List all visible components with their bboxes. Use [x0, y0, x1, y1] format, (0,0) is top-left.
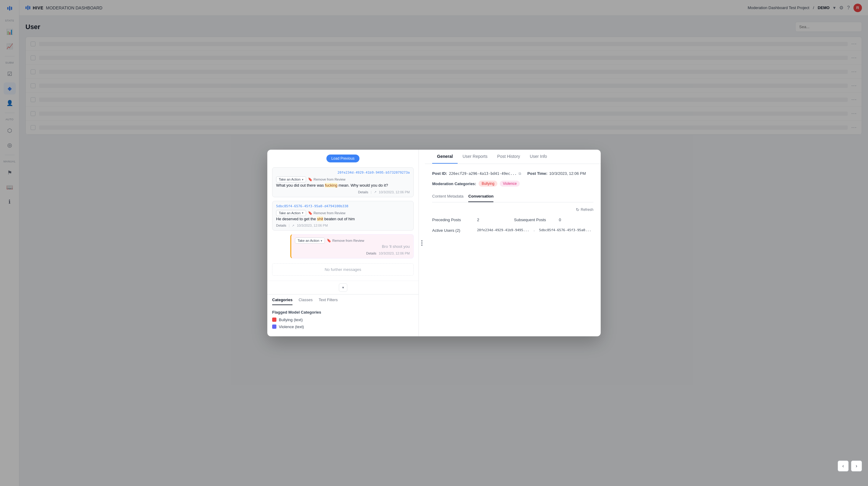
message-card-1: 20fe234d-4929-41b9-9495-b5732079273a Tak… — [272, 167, 414, 197]
msg1-top: 20fe234d-4929-41b9-9495-b5732079273a — [276, 170, 410, 174]
content-tab-conversation[interactable]: Conversation — [468, 194, 493, 202]
refresh-icon: ↻ — [576, 207, 580, 212]
msg2-ext-link-icon[interactable]: ↗ — [292, 224, 294, 227]
msg3-remove-label: Remove from Review — [333, 239, 364, 242]
msg2-remove-button[interactable]: 🔖 Remove from Review — [308, 211, 345, 215]
post-time-value: 10/3/2023, 12:06 PM — [549, 171, 586, 176]
msg1-text-after: mean. Why would you do it? — [337, 183, 388, 188]
info-body: Post ID: 226ecf29-a296-4a13-bd41-49ec...… — [425, 164, 601, 336]
nav-arrows: ‹ › — [838, 460, 862, 472]
preceding-posts-row: Preceding Posts 2 — [432, 216, 512, 224]
msg1-take-action-button[interactable]: Take an Action ▾ — [276, 176, 306, 183]
msg1-ext-link-icon[interactable]: ↗ — [374, 190, 376, 194]
collapse-button[interactable]: ▾ — [339, 283, 347, 292]
post-meta-row: Post ID: 226ecf29-a296-4a13-bd41-49ec...… — [432, 171, 593, 176]
stats-grid: Preceding Posts 2 Subsequent Posts 0 Act… — [432, 216, 593, 235]
content-tab-metadata[interactable]: Content Metadata — [432, 194, 463, 202]
post-time-label: Post Time: — [527, 171, 547, 176]
msg3-actions: Take an Action ▾ 🔖 Remove from Review — [295, 237, 410, 244]
take-action3-dropdown-icon: ▾ — [321, 239, 322, 242]
load-previous-button[interactable]: Load Previous — [327, 155, 360, 162]
msg2-text: He deserved to get the shit beaten out o… — [276, 216, 410, 222]
prev-arrow-button[interactable]: ‹ — [838, 460, 848, 472]
msg1-details-link[interactable]: Details — [358, 190, 368, 194]
category-bullying: Bullying (text) — [272, 318, 414, 322]
info-tab-post-history[interactable]: Post History — [493, 150, 525, 164]
msg2-take-action-label: Take an Action — [279, 211, 301, 215]
post-id-item: Post ID: 226ecf29-a296-4a13-bd41-49ec...… — [432, 171, 521, 176]
badge-violence: Violence — [500, 181, 520, 187]
msg2-actions: Take an Action ▾ 🔖 Remove from Review — [276, 210, 410, 216]
msg2-text-after: beaten out of him — [323, 217, 354, 221]
msg3-details-link[interactable]: Details — [366, 252, 376, 255]
info-tab-user-info[interactable]: User Info — [525, 150, 552, 164]
msg2-take-action-button[interactable]: Take an Action ▾ — [276, 210, 306, 216]
message-card-2: 5dbc85f4-6576-45f3-95a0-d4794100b338 Tak… — [272, 201, 414, 231]
post-time-item: Post Time: 10/3/2023, 12:06 PM — [527, 171, 586, 176]
subsequent-posts-row: Subsequent Posts 0 — [514, 216, 593, 224]
no-further-messages: No further messages — [272, 263, 414, 276]
msg1-remove-label: Remove from Review — [314, 177, 345, 181]
msg2-uid: 5dbc85f4-6576-45f3-95a0-d4794100b338 — [276, 204, 348, 208]
msg3-take-action-button[interactable]: Take an Action ▾ — [295, 237, 325, 244]
message-card-3: Take an Action ▾ 🔖 Remove from Review Br… — [290, 234, 414, 258]
sub-tab-classes[interactable]: Classes — [299, 297, 312, 305]
msg2-text-before: He deserved to get the — [276, 217, 317, 221]
bullying-label: Bullying (text) — [279, 318, 303, 322]
info-tab-user-reports[interactable]: User Reports — [458, 150, 492, 164]
user-separator: · — [533, 228, 535, 234]
violence-label: Violence (text) — [279, 324, 304, 329]
category-violence: Violence (text) — [272, 324, 414, 329]
copy-icon[interactable]: ⧉ — [519, 171, 521, 176]
post-id-value: 226ecf29-a296-4a13-bd41-49ec... — [449, 171, 517, 176]
bookmark-icon: 🔖 — [308, 177, 312, 182]
msg1-timestamp: 10/3/2023, 12:06 PM — [379, 190, 410, 194]
take-action-dropdown-icon: ▾ — [302, 178, 303, 181]
sub-tabs: Categories Classes Text Filters — [267, 294, 418, 305]
collapse-btn-row: ▾ — [267, 281, 418, 294]
conversation-panel: Load Previous 20fe234d-4929-41b9-9495-b5… — [267, 150, 419, 336]
mod-cats-row: Moderation Categories: Bullying Violence — [432, 181, 593, 187]
categories-section: Flagged Model Categories Bullying (text)… — [267, 305, 418, 336]
refresh-button[interactable]: ↻ Refresh — [576, 207, 593, 212]
dot3 — [421, 245, 423, 246]
msg1-actions: Take an Action ▾ 🔖 Remove from Review — [276, 176, 410, 183]
msg2-pipe: | — [289, 224, 290, 227]
badge-bullying: Bullying — [478, 181, 497, 187]
content-tabs: Content Metadata Conversation — [432, 194, 593, 202]
modal: Load Previous 20fe234d-4929-41b9-9495-b5… — [267, 150, 601, 336]
msg2-details-link[interactable]: Details — [276, 224, 286, 227]
vertical-dots-button[interactable] — [421, 240, 423, 246]
msg2-meta: Details | ↗ 10/3/2023, 12:06 PM — [276, 224, 410, 227]
msg1-highlight: fucking — [325, 183, 337, 188]
msg2-highlight: shit — [317, 217, 323, 221]
bookmark3-icon: 🔖 — [327, 238, 331, 243]
msg2-top: 5dbc85f4-6576-45f3-95a0-d4794100b338 — [276, 204, 410, 208]
msg1-text-before: What you did out there was — [276, 183, 325, 188]
msg2-timestamp: 10/3/2023, 12:06 PM — [297, 224, 328, 227]
msg1-remove-button[interactable]: 🔖 Remove from Review — [308, 177, 345, 182]
msg1-pipe: | — [371, 190, 372, 194]
active-user2: 5dbc85f4-6576-45f3-95a0... — [539, 228, 591, 232]
next-arrow-button[interactable]: › — [851, 460, 862, 472]
active-user1: 20fe234d-4929-41b9-9495... — [477, 228, 529, 232]
msg1-take-action-label: Take an Action — [279, 177, 301, 181]
dot2 — [421, 242, 423, 244]
sub-tab-categories[interactable]: Categories — [272, 297, 292, 305]
dot1 — [421, 240, 423, 241]
mod-cats-label: Moderation Categories: — [432, 182, 476, 186]
subsequent-posts-value: 0 — [559, 218, 561, 222]
msg3-timestamp: 10/3/2023, 12:06 PM — [379, 252, 410, 255]
refresh-label: Refresh — [581, 207, 593, 212]
sub-tab-text-filters[interactable]: Text Filters — [318, 297, 338, 305]
msg1-meta: Details | ↗ 10/3/2023, 12:06 PM — [276, 190, 410, 194]
msg3-remove-button[interactable]: 🔖 Remove from Review — [327, 238, 364, 243]
info-tabs: General User Reports Post History User I… — [425, 150, 601, 164]
msg2-remove-label: Remove from Review — [314, 211, 345, 215]
take-action2-dropdown-icon: ▾ — [302, 211, 303, 215]
msg3-take-action-label: Take an Action — [298, 239, 319, 242]
info-tab-general[interactable]: General — [432, 150, 458, 164]
bookmark2-icon: 🔖 — [308, 211, 312, 215]
active-users-label: Active Users (2) — [432, 228, 475, 233]
msg1-uid: 20fe234d-4929-41b9-9495-b5732079273a — [338, 170, 410, 174]
